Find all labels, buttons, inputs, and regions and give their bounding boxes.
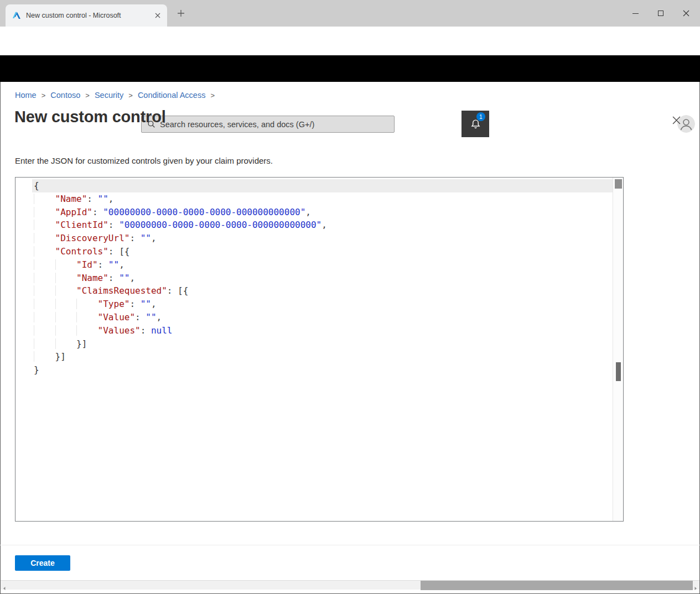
code-token: "" [108,259,119,270]
code-token: , [108,194,114,204]
code-token [55,259,77,270]
code-token: }] [76,338,87,349]
code-line: "Value": "", [32,311,613,324]
code-token: : [129,233,140,243]
breadcrumb-separator: > [128,91,133,100]
code-line: "ClientId": "00000000-0000-0000-0000-000… [32,218,613,232]
window-close-button[interactable] [673,0,699,27]
code-line: "Name": "", [32,192,613,206]
code-token: "" [141,299,151,309]
code-lines[interactable]: { "Name": "", "AppId": "00000000-0000-00… [32,179,613,377]
breadcrumb-item-home[interactable]: Home [15,91,37,100]
code-token [34,273,55,283]
code-token [34,259,55,270]
help-button[interactable]: ? [517,111,545,137]
code-token: }] [55,351,66,362]
code-token: "Controls" [55,246,108,257]
editor-vertical-scrollbar[interactable] [613,178,623,521]
search-input[interactable] [160,120,390,129]
code-token: "00000000-0000-0000-0000-000000000000" [119,220,322,230]
footer-divider [0,545,700,545]
tab-close-icon[interactable] [153,11,163,20]
directory-filter-button[interactable] [434,111,462,137]
page-title: New custom control [14,108,166,126]
breadcrumb-separator: > [210,91,215,100]
code-token [34,338,55,349]
breadcrumb-item-conditional-access[interactable]: Conditional Access [138,91,206,100]
browser-window: New custom control - Microsoft [0,0,700,594]
code-token: : [108,220,119,230]
code-token [55,273,77,283]
page-horizontal-scrollbar[interactable] [1,580,699,590]
account-info[interactable]: balas@contoso.com CONTOSO [564,114,672,131]
code-token [55,338,77,349]
azure-portal-header: Microsoft Azure 1 ? balas@contoso.com [0,55,700,82]
code-token: "Name" [76,273,108,283]
breadcrumb-separator: > [85,91,90,100]
code-token: "" [119,273,129,283]
minimize-icon [632,13,639,14]
editor-scrollbar-thumb[interactable] [616,362,621,381]
code-line: "ClaimsRequested": [{ [32,284,613,298]
new-tab-button[interactable] [177,9,186,18]
code-token: , [322,220,327,230]
settings-button[interactable] [489,111,517,137]
window-maximize-button[interactable] [648,0,673,27]
notification-count-badge: 1 [476,112,485,121]
code-token [34,312,55,322]
code-token [55,312,77,322]
window-minimize-button[interactable] [623,0,648,27]
code-token: "00000000-0000-0000-0000-000000000000" [103,207,305,217]
scroll-right-arrow-icon[interactable] [693,583,698,587]
help-icon: ? [528,118,533,130]
code-token: "Name" [55,194,87,204]
code-line: "DiscoveryUrl": "", [32,232,613,245]
code-token: : [129,299,140,309]
code-token: "AppId" [55,207,92,217]
browser-tab[interactable]: New custom control - Microsoft [6,4,167,27]
create-button[interactable]: Create [15,555,70,571]
blade-close-button[interactable] [670,113,683,127]
code-token: : [98,259,108,270]
code-token [55,325,77,336]
custom-control-json-editor[interactable]: { "Name": "", "AppId": "00000000-0000-00… [15,177,624,522]
close-icon [672,116,681,124]
code-token: , [129,273,135,283]
breadcrumb-item-contoso[interactable]: Contoso [50,91,80,100]
code-line: "Values": null [32,324,613,337]
horizontal-scrollbar-thumb[interactable] [421,581,693,590]
breadcrumb-separator: > [42,91,46,100]
code-token: null [151,325,173,336]
code-token: : [141,325,151,336]
notifications-button[interactable] [462,111,489,137]
code-token: "ClaimsRequested" [76,285,167,296]
cloud-shell-icon [414,119,427,129]
code-token [34,220,55,230]
code-token [34,351,55,362]
gear-icon [498,119,509,129]
code-token: , [151,299,157,309]
code-token [55,285,77,296]
smiley-icon [553,119,564,129]
code-token [34,207,55,217]
scroll-left-arrow-icon[interactable] [2,583,7,587]
code-token [76,299,98,309]
cloud-shell-button[interactable] [407,111,434,137]
account-tenant: CONTOSO [564,123,672,131]
code-token [34,194,55,204]
code-line: "AppId": "00000000-0000-0000-0000-000000… [32,206,613,219]
editor-scrollbar-thumb-top[interactable] [615,179,622,189]
code-token: "" [141,233,151,243]
code-token: : [108,273,119,283]
code-token [34,246,55,257]
breadcrumb-item-security[interactable]: Security [95,91,123,100]
code-token: "Values" [98,325,141,336]
code-line: { [32,179,613,192]
window-controls [623,0,699,27]
code-line: "Id": "", [32,258,613,272]
close-icon [683,10,689,17]
code-token: "DiscoveryUrl" [55,233,130,243]
portal-search-box[interactable] [141,116,395,133]
code-line: "Name": "", [32,272,613,285]
blade-description: Enter the JSON for customized controls g… [15,156,273,165]
